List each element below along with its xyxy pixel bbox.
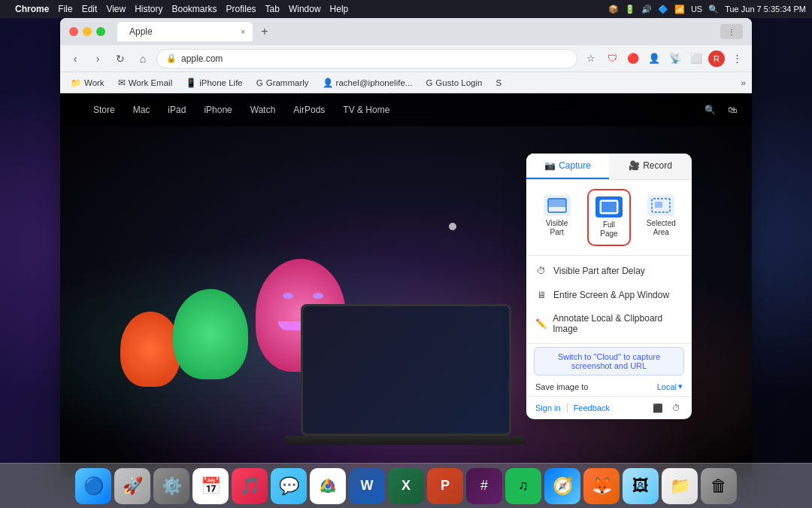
- save-row: Save image to Local ▾: [526, 379, 692, 396]
- extension-icon-1[interactable]: 🔴: [624, 50, 642, 68]
- forward-button[interactable]: ›: [89, 50, 107, 68]
- tab-close-button[interactable]: ×: [241, 28, 245, 36]
- finder-icon: 🔵: [83, 476, 104, 496]
- user-icon: 👤: [323, 78, 333, 88]
- misc-icon: S: [495, 78, 501, 87]
- annotate-item[interactable]: ✏️ Annotate Local & Clipboard Image: [526, 307, 692, 340]
- dock-item-excel[interactable]: X: [388, 468, 424, 504]
- tab-capture[interactable]: 📷 Capture: [526, 154, 609, 179]
- split-view-icon[interactable]: ⬜: [687, 50, 705, 68]
- dock-item-finder2[interactable]: 📁: [662, 468, 698, 504]
- menubar-user-icon[interactable]: US: [691, 5, 702, 14]
- cast-icon[interactable]: 📡: [666, 50, 684, 68]
- apple-nav-mac[interactable]: Mac: [133, 105, 150, 115]
- bookmarks-more-icon[interactable]: »: [741, 78, 746, 87]
- new-tab-button[interactable]: +: [256, 23, 274, 41]
- dock-item-finder[interactable]: 🔵: [75, 468, 111, 504]
- dock-item-powerpoint[interactable]: P: [427, 468, 463, 504]
- menubar-dropbox-icon[interactable]: 📦: [608, 5, 619, 14]
- screenshot-preview-icon[interactable]: ⬛: [651, 401, 665, 415]
- dock-item-calendar[interactable]: 📅: [192, 468, 229, 504]
- dock-item-firefox[interactable]: 🦊: [583, 468, 620, 504]
- timer-icon[interactable]: ⏱: [669, 401, 683, 415]
- dock-item-messages[interactable]: 💬: [271, 468, 307, 504]
- bookmark-work-email[interactable]: ✉ Work Email: [114, 76, 177, 90]
- maximize-button[interactable]: [96, 27, 105, 36]
- dock-item-word[interactable]: W: [349, 468, 385, 504]
- menu-edit[interactable]: Edit: [82, 4, 98, 14]
- tab-record[interactable]: 🎥 Record: [609, 154, 692, 179]
- menubar-volume-icon[interactable]: 🔊: [641, 5, 652, 14]
- full-page-button[interactable]: Full Page: [587, 189, 631, 246]
- apple-search-icon[interactable]: 🔍: [704, 105, 716, 115]
- ublock-icon[interactable]: 🛡: [603, 50, 621, 68]
- menu-help[interactable]: Help: [330, 4, 349, 14]
- apple-nav-airpods[interactable]: AirPods: [293, 105, 325, 115]
- dock-item-safari[interactable]: 🧭: [544, 468, 580, 504]
- slack-icon: #: [480, 478, 488, 494]
- apple-nav-iphone[interactable]: iPhone: [204, 105, 232, 115]
- apple-nav-store[interactable]: Store: [93, 105, 115, 115]
- dock: 🔵 🚀 ⚙️ 📅 🎵 💬 W X P # ♫ 🧭: [0, 463, 812, 508]
- dock-item-launchpad[interactable]: 🚀: [114, 468, 150, 504]
- browser-tab-apple[interactable]: Apple ×: [117, 22, 253, 41]
- home-button[interactable]: ⌂: [134, 50, 152, 68]
- extensions-button[interactable]: ⋮: [720, 24, 743, 39]
- dock-item-spotify[interactable]: ♫: [505, 468, 541, 504]
- extension-icon-2[interactable]: 👤: [645, 50, 663, 68]
- bookmark-star-icon[interactable]: ☆: [582, 50, 600, 68]
- svg-rect-5: [655, 202, 662, 208]
- menu-profiles[interactable]: Profiles: [226, 4, 256, 14]
- apple-nav-tv[interactable]: TV & Home: [343, 105, 389, 115]
- menubar-search-icon[interactable]: 🔍: [708, 5, 719, 14]
- menubar-bluetooth-icon[interactable]: 🔷: [658, 5, 668, 14]
- menu-history[interactable]: History: [135, 4, 162, 14]
- menu-view[interactable]: View: [106, 4, 126, 14]
- url-field[interactable]: 🔒 apple.com: [156, 49, 577, 68]
- dock-item-music[interactable]: 🎵: [232, 468, 268, 504]
- more-options-button[interactable]: ⋮: [728, 50, 746, 68]
- apple-nav-watch[interactable]: Watch: [250, 105, 276, 115]
- apple-nav-ipad[interactable]: iPad: [168, 105, 186, 115]
- bookmark-rachel[interactable]: 👤 rachel@iphonelife...: [318, 76, 417, 90]
- menu-tab[interactable]: Tab: [265, 4, 280, 14]
- visible-after-delay-item[interactable]: ⏱ Visible Part after Delay: [526, 259, 692, 283]
- entire-screen-item[interactable]: 🖥 Entire Screen & App Window: [526, 283, 692, 307]
- bookmark-gusto[interactable]: G Gusto Login: [421, 77, 486, 89]
- dock-item-chrome[interactable]: [310, 468, 346, 504]
- visible-after-delay-label: Visible Part after Delay: [553, 266, 645, 276]
- word-icon: W: [361, 478, 374, 494]
- sign-in-link[interactable]: Sign in: [535, 403, 561, 412]
- back-button[interactable]: ‹: [66, 50, 84, 68]
- apple-bag-icon[interactable]: 🛍: [728, 105, 737, 115]
- bookmark-misc[interactable]: S: [491, 77, 506, 89]
- dock-item-slack[interactable]: #: [466, 468, 502, 504]
- memoji-head-1: [120, 312, 180, 387]
- dock-item-trash[interactable]: 🗑: [701, 468, 737, 504]
- app-name[interactable]: Chrome: [15, 4, 49, 14]
- profile-avatar[interactable]: R: [708, 50, 725, 67]
- save-location-dropdown[interactable]: Local ▾: [657, 382, 683, 391]
- visible-part-button[interactable]: Visible Part: [535, 189, 579, 246]
- menubar-wifi-icon[interactable]: 📶: [674, 5, 685, 14]
- cloud-switch-button[interactable]: Switch to "Cloud" to capture screenshot …: [534, 347, 684, 376]
- popup-panel: 📷 Capture 🎥 Record: [526, 154, 692, 419]
- menu-bookmarks[interactable]: Bookmarks: [172, 4, 217, 14]
- dock-item-settings[interactable]: ⚙️: [153, 468, 189, 504]
- feedback-link[interactable]: Feedback: [574, 403, 610, 412]
- footer-icons: ⬛ ⏱: [651, 401, 683, 415]
- close-button[interactable]: [69, 27, 78, 36]
- menu-window[interactable]: Window: [289, 4, 321, 14]
- selected-area-button[interactable]: Selected Area: [639, 189, 683, 246]
- bookmark-iphone-life[interactable]: 📱 iPhone Life: [181, 76, 247, 90]
- menu-file[interactable]: File: [58, 4, 72, 14]
- bookmark-grammarly[interactable]: G Grammarly: [252, 77, 314, 89]
- minimize-button[interactable]: [83, 27, 92, 36]
- dock-item-preview[interactable]: 🖼: [623, 468, 659, 504]
- music-icon: 🎵: [240, 476, 260, 496]
- bookmark-work[interactable]: 📁 Work: [66, 76, 109, 90]
- menubar-battery-icon[interactable]: 🔋: [625, 5, 635, 14]
- cloud-switch-label: Switch to "Cloud" to capture screenshot …: [558, 352, 660, 370]
- save-location-value: Local: [657, 382, 677, 391]
- reload-button[interactable]: ↻: [111, 50, 129, 68]
